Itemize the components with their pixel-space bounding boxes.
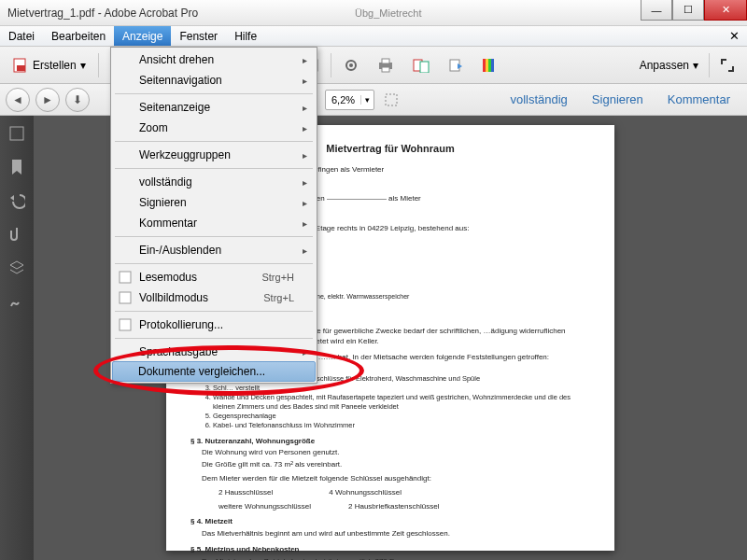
- menu-item[interactable]: Werkzeuggruppen: [113, 145, 315, 165]
- bookmark-icon[interactable]: [8, 159, 25, 175]
- menu-bar: Datei Bearbeiten Anzeige Fenster Hilfe ✕: [0, 26, 747, 47]
- fullscreen-button[interactable]: [713, 52, 741, 78]
- zoom-tool-button[interactable]: [380, 90, 402, 110]
- combine-button[interactable]: [406, 52, 436, 78]
- menu-item-label: Protokollierung...: [139, 318, 223, 331]
- menu-item[interactable]: Ansicht drehen: [113, 49, 315, 70]
- panel-signieren[interactable]: Signieren: [581, 87, 655, 112]
- layers-icon[interactable]: [8, 259, 25, 276]
- menu-item-icon: [119, 318, 132, 331]
- menu-item[interactable]: VollbildmodusStrg+L: [113, 287, 315, 308]
- menu-anzeige[interactable]: Anzeige: [114, 26, 171, 46]
- minimize-button[interactable]: —: [641, 0, 672, 21]
- create-button[interactable]: Erstellen ▾: [6, 52, 92, 78]
- svg-rect-17: [120, 272, 131, 283]
- combine-icon: [413, 58, 430, 73]
- expand-icon: [720, 58, 735, 73]
- svg-rect-14: [491, 59, 494, 72]
- panel-kommentar[interactable]: Kommentar: [656, 87, 741, 112]
- left-nav-rail: [0, 116, 34, 560]
- printer-icon: [377, 58, 394, 73]
- anzeige-menu: Ansicht drehenSeitennavigationSeitenanze…: [110, 47, 317, 384]
- menu-item-label: Ein-/Ausblenden: [139, 244, 221, 257]
- menu-item-label: Lesemodus: [139, 271, 197, 284]
- menu-item[interactable]: Signieren: [113, 192, 315, 213]
- share-icon: [448, 58, 463, 73]
- menu-item[interactable]: Ein-/Ausblenden: [113, 240, 315, 260]
- menu-bearbeiten[interactable]: Bearbeiten: [43, 26, 114, 46]
- attachment-icon[interactable]: [8, 226, 25, 243]
- svg-rect-16: [10, 127, 23, 140]
- thumbnails-icon[interactable]: [8, 125, 25, 142]
- page-down-button[interactable]: ⬇: [65, 88, 90, 112]
- svg-rect-18: [120, 292, 131, 303]
- panel-vollstandig[interactable]: vollständig: [499, 87, 578, 112]
- menu-item[interactable]: vollständig: [113, 172, 315, 192]
- close-button[interactable]: ✕: [704, 0, 747, 21]
- menu-item-label: Vollbildmodus: [139, 291, 208, 304]
- svg-rect-13: [488, 59, 491, 72]
- menu-fenster[interactable]: Fenster: [171, 26, 226, 46]
- next-page-button[interactable]: ►: [35, 88, 60, 112]
- menu-item[interactable]: Dokumente vergleichen...: [112, 361, 316, 382]
- zoom-field[interactable]: 6,2% ▾: [325, 90, 374, 110]
- menu-item-label: Signieren: [139, 196, 187, 209]
- menu-shortcut: Strg+L: [263, 292, 294, 303]
- menu-item[interactable]: Kommentar: [113, 213, 315, 233]
- gear-icon: [344, 58, 359, 73]
- menu-item-label: vollständig: [139, 175, 192, 189]
- menu-item-label: Sprachausgabe: [139, 345, 218, 358]
- title-bar: Mietvertrag_1.pdf - Adobe Acrobat Pro Üb…: [0, 0, 747, 26]
- prev-page-button[interactable]: ◄: [6, 88, 30, 112]
- menu-item[interactable]: LesemodusStrg+H: [113, 267, 315, 287]
- svg-rect-19: [120, 319, 131, 330]
- window-buttons: — ☐ ✕: [641, 0, 747, 21]
- svg-rect-7: [382, 67, 389, 72]
- customize-button[interactable]: Anpassen ▾: [633, 52, 705, 78]
- create-pdf-icon: [12, 57, 29, 74]
- marquee-icon: [385, 93, 398, 106]
- other-tab[interactable]: Übg_Mietrecht: [355, 7, 422, 19]
- menu-item[interactable]: Seitenanzeige: [113, 97, 315, 118]
- menu-item-label: Werkzeuggruppen: [139, 148, 231, 161]
- maximize-button[interactable]: ☐: [672, 0, 704, 21]
- svg-point-4: [349, 63, 353, 67]
- menu-item-label: Zoom: [139, 121, 168, 134]
- menu-item[interactable]: Sprachausgabe: [113, 342, 315, 362]
- menu-item-icon: [119, 291, 132, 304]
- zoom-value: 6,2%: [326, 94, 360, 105]
- svg-rect-9: [420, 62, 429, 73]
- svg-rect-12: [486, 59, 488, 72]
- menu-item[interactable]: Zoom: [113, 118, 315, 138]
- window-title: Mietvertrag_1.pdf - Adobe Acrobat Pro: [7, 7, 198, 20]
- menu-item[interactable]: Protokollierung...: [113, 315, 315, 335]
- svg-rect-11: [483, 59, 486, 72]
- menu-item-label: Seitenanzeige: [139, 101, 210, 114]
- menu-item-label: Kommentar: [139, 217, 197, 230]
- menu-item-icon: [119, 271, 132, 284]
- settings-button[interactable]: [337, 52, 365, 78]
- menu-item[interactable]: Seitennavigation: [113, 70, 315, 91]
- color-button[interactable]: [475, 52, 503, 78]
- signatures-icon[interactable]: [8, 293, 25, 310]
- print-button[interactable]: [371, 52, 401, 78]
- menu-item-label: Seitennavigation: [139, 74, 222, 87]
- svg-rect-15: [386, 94, 397, 105]
- svg-rect-1: [17, 65, 25, 71]
- undo-icon[interactable]: [8, 192, 25, 209]
- menu-hilfe[interactable]: Hilfe: [226, 26, 265, 46]
- menu-item-label: Dokumente vergleichen...: [138, 365, 265, 378]
- share-button[interactable]: [442, 52, 470, 78]
- menu-item-label: Ansicht drehen: [139, 53, 214, 66]
- document-close-x[interactable]: ✕: [722, 26, 747, 46]
- svg-rect-6: [382, 59, 389, 63]
- rainbow-icon: [482, 58, 497, 73]
- menu-shortcut: Strg+H: [261, 272, 294, 283]
- menu-datei[interactable]: Datei: [0, 26, 43, 46]
